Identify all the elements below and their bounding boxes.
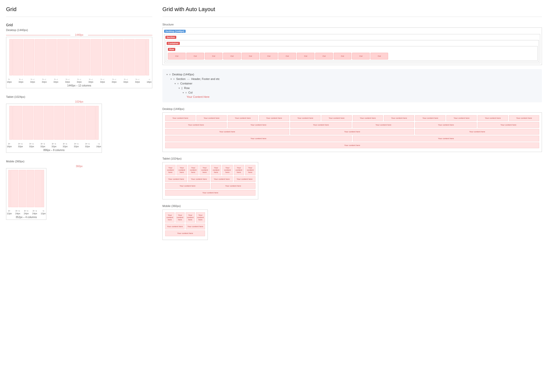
t-r1-c3: Your content here xyxy=(188,165,198,175)
right-panel: Grid with Auto Layout Structure Desktop … xyxy=(162,6,542,245)
d-r3-c3: Your content here xyxy=(415,129,539,135)
mobile-width-label: 360px xyxy=(76,165,82,168)
left-page-title: Grid xyxy=(6,6,152,13)
d-r2-c5: Your content here xyxy=(415,122,477,128)
col-2 xyxy=(24,39,34,75)
m-r2-c2: Your content here xyxy=(186,224,205,229)
d-r1-c5: Your content here xyxy=(290,115,321,121)
tree-container-label: Container xyxy=(180,82,192,85)
col-8 xyxy=(91,39,101,75)
tablet-grid-diagram: Tablet (1024px) 1024px ⊢ xyxy=(6,95,152,153)
desktop-label: Desktop (1440px) xyxy=(6,28,152,32)
measure-10: ⊢⊣32px xyxy=(112,78,117,83)
tablet-row-4: Your content here xyxy=(165,190,255,196)
measure-9: ⊢⊣32px xyxy=(100,78,105,83)
arrow-icon-2: ▾ xyxy=(170,78,172,80)
m-r1-c2: Your content here xyxy=(176,212,185,223)
tab-measure-9: ⊣16px xyxy=(96,143,101,148)
col-tag-1: Col xyxy=(168,53,186,59)
desktop-grid-diagram: Desktop (1440px) 1440px xyxy=(6,28,152,88)
row-cols: Col Col Col Col Col Col Col Col Col Col … xyxy=(168,53,536,59)
t-r1-c4: Your content here xyxy=(199,165,210,175)
d-r5-c1: Your content here xyxy=(165,142,539,148)
tab-measure-8: ⊢⊣32px xyxy=(85,143,90,148)
mobile-grid-diagram: Mobile (360px) 360px ⊢12px ⊢⊣24px ⊢⊣24px xyxy=(6,160,152,220)
col-10 xyxy=(113,39,124,75)
d-r1-c7: Your content here xyxy=(353,115,383,121)
col-3 xyxy=(35,39,45,75)
t-r1-c8: Your content here xyxy=(245,165,255,175)
measure-2: ⊢⊣32px xyxy=(18,78,23,83)
mobile-grid-canvas: ⊢12px ⊢⊣24px ⊢⊣24px ⊢⊣24px ⊣12px 352px –… xyxy=(6,168,46,220)
measure-7: ⊢⊣32px xyxy=(77,78,82,83)
col-tag-4: Col xyxy=(223,53,241,59)
mobile-columns xyxy=(6,168,46,209)
structure-inner-2: Container Row Col Col Col Col Col Col Co… xyxy=(165,40,539,62)
page-wrapper: Grid Grid Desktop (1440px) 1440px xyxy=(0,0,548,251)
structure-label: Structure xyxy=(162,23,542,26)
m-r1-c3: Your content here xyxy=(186,212,195,223)
tab-measure-1: ⊢16px xyxy=(7,143,12,148)
dash-separator: — xyxy=(187,77,190,80)
d-r1-c4: Your content here xyxy=(259,115,289,121)
col-12 xyxy=(135,39,146,75)
t-r3-c1: Your content here xyxy=(165,183,210,189)
right-page-title: Grid with Auto Layout xyxy=(162,6,542,13)
desktop-row-3: Your content here Your content here Your… xyxy=(165,129,539,135)
tree-item-desktop: ▾ ≡ Desktop (1440px) xyxy=(166,72,538,77)
t-r2-c2: Your content here xyxy=(188,176,210,182)
mob-col-1 xyxy=(11,170,18,207)
t-r1-c7: Your content here xyxy=(234,165,244,175)
desktop-total-label: 1440px – 12 columns xyxy=(6,84,152,87)
t-r2-c1: Your content here xyxy=(165,176,187,182)
d-r1-c12: Your content here xyxy=(509,115,539,121)
hamburger-icon-2: ≡ xyxy=(173,78,175,80)
tab-measure-3: ⊢⊣32px xyxy=(29,143,34,148)
t-r2-c4: Your content here xyxy=(234,176,256,182)
m-r2-c1: Your content here xyxy=(165,224,185,229)
desktop-auto-section: Desktop (1440px) Your content here Your … xyxy=(162,107,542,152)
col-tag-10: Col xyxy=(334,53,351,59)
structure-inner-1: Section Container Row Col Col Col Col Co… xyxy=(164,34,540,63)
tab-col-2 xyxy=(23,106,33,140)
d-r2-c2: Your content here xyxy=(228,122,289,128)
d-r2-c6: Your content here xyxy=(478,122,539,128)
right-divider xyxy=(162,17,542,17)
divider xyxy=(6,17,152,17)
mobile-auto-section: Mobile (360px) Your content here Your co… xyxy=(162,204,542,240)
tree-section-label: Section xyxy=(176,77,186,80)
mobile-auto-label: Mobile (360px) xyxy=(162,204,542,207)
col-5 xyxy=(57,39,68,75)
tablet-auto-label: Tablet (1024px) xyxy=(162,157,542,160)
arrow-icon-4: ▾ xyxy=(179,87,180,89)
t-r1-c2: Your content here xyxy=(177,165,187,175)
tab-margin-left xyxy=(9,106,12,140)
mob-col-4 xyxy=(35,170,42,207)
d-r3-c1: Your content here xyxy=(165,129,289,135)
tab-col-5 xyxy=(54,106,64,140)
mobile-auto-canvas: Your content here Your content here Your… xyxy=(162,209,208,240)
m-r1-c1: Your content here xyxy=(165,212,175,223)
tab-measure-7: ⊢⊣32px xyxy=(74,143,79,148)
d-r1-c10: Your content here xyxy=(446,115,477,121)
col-margin-left xyxy=(9,39,12,75)
arrow-icon-3: ▾ xyxy=(175,82,176,85)
tablet-width-label: 1024px xyxy=(75,100,83,103)
tablet-columns xyxy=(6,104,102,142)
measure-3: ⊢⊣32px xyxy=(30,78,35,83)
tree-item-row: ▾ ∥ Row xyxy=(166,86,538,90)
structure-diagram: Desktop (1440px) Section Container Row C… xyxy=(162,27,542,65)
col-1 xyxy=(13,39,23,75)
tablet-grid-canvas: ⊢16px ⊢⊣32px ⊢⊣32px ⊢⊣32px ⊢⊣32px ⊢⊣32px… xyxy=(6,104,102,153)
tablet-row-2: Your content here Your content here Your… xyxy=(165,176,255,182)
desktop-row-2: Your content here Your content here Your… xyxy=(165,122,539,128)
d-r4-c1: Your content here xyxy=(165,136,352,141)
mob-measure-3: ⊢⊣24px xyxy=(24,210,29,215)
m-r3-c1: Your content here xyxy=(165,230,205,236)
mob-margin-right xyxy=(42,170,44,207)
col-7 xyxy=(79,39,90,75)
desktop-row-5: Your content here xyxy=(165,142,539,148)
tree-item-section: ▾ ≡ Section — Header, Footer and etc xyxy=(166,77,538,81)
mobile-row-2: Your content here Your content here xyxy=(165,224,205,229)
tablet-row-1: Your content here Your content here Your… xyxy=(165,165,255,175)
